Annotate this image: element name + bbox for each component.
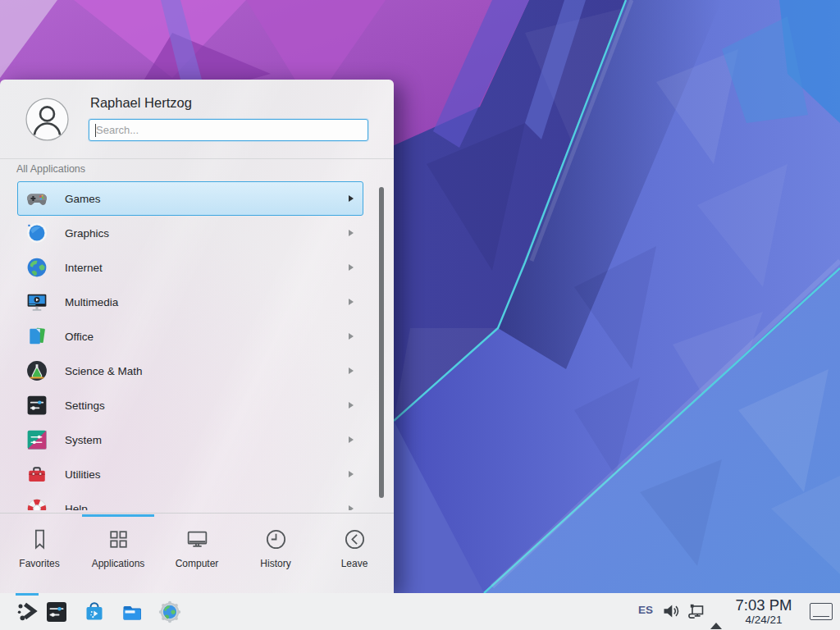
submenu-arrow-icon: [349, 402, 354, 409]
category-label: Science & Math: [65, 365, 143, 377]
category-label: Multimedia: [65, 296, 118, 308]
launcher-footer: Favorites Applications: [0, 513, 394, 593]
submenu-arrow-icon: [349, 368, 354, 374]
science-flask-icon: [26, 360, 48, 381]
submenu-arrow-icon: [349, 195, 354, 202]
category-label: Graphics: [65, 227, 109, 240]
submenu-arrow-icon: [349, 333, 354, 340]
category-label: Games: [65, 193, 101, 205]
folder-icon: [121, 600, 144, 623]
discover-bag-icon: [83, 600, 106, 623]
keyboard-layout-indicator[interactable]: ES: [638, 604, 653, 616]
applications-grid-icon: [106, 527, 131, 552]
submenu-arrow-icon: [349, 230, 354, 236]
volume-icon: [661, 601, 681, 621]
tab-history[interactable]: History: [236, 514, 315, 593]
browser-globe-icon: [158, 600, 181, 623]
search-input[interactable]: [89, 120, 368, 140]
category-row-office[interactable]: Office: [17, 319, 363, 354]
active-task-indicator: [16, 593, 39, 596]
network-icon: [686, 601, 705, 621]
bookmark-icon: [27, 527, 52, 552]
help-lifebuoy-icon: [26, 498, 48, 510]
network-button[interactable]: [686, 601, 705, 621]
clock-date: 4/24/21: [745, 614, 782, 626]
clock-widget[interactable]: 7:03 PM 4/24/21: [728, 595, 799, 628]
tab-label: Leave: [341, 558, 368, 569]
section-label: All Applications: [16, 163, 85, 175]
category-label: Office: [65, 331, 94, 343]
category-label: Utilities: [65, 468, 101, 481]
system-icon: [26, 429, 48, 450]
category-row-system[interactable]: System: [17, 422, 363, 457]
tab-label: Computer: [176, 558, 219, 569]
category-row-multimedia[interactable]: Multimedia: [17, 285, 363, 319]
text-cursor: [95, 124, 96, 137]
tab-computer[interactable]: Computer: [158, 514, 236, 593]
submenu-arrow-icon: [349, 264, 354, 271]
desktop: Raphael Hertzog All Applications: [0, 0, 840, 630]
category-row-internet[interactable]: Internet: [17, 250, 363, 285]
submenu-arrow-icon: [349, 299, 354, 305]
history-clock-icon: [263, 527, 289, 552]
category-row-utilities[interactable]: Utilities: [17, 457, 363, 491]
user-name: Raphael Hertzog: [90, 95, 192, 111]
tab-leave[interactable]: Leave: [315, 514, 394, 593]
globe-icon: [26, 257, 48, 278]
user-avatar[interactable]: [25, 98, 69, 141]
system-settings-icon: [45, 600, 68, 623]
taskbar-file-manager-button[interactable]: [121, 600, 144, 623]
clock-time: 7:03 PM: [736, 597, 792, 614]
category-row-settings[interactable]: Settings: [17, 388, 363, 422]
tab-applications[interactable]: Applications: [79, 514, 158, 593]
leave-icon: [342, 527, 368, 552]
gamepad-icon: [26, 188, 48, 209]
submenu-arrow-icon: [349, 505, 354, 510]
taskbar-browser-button[interactable]: [158, 600, 181, 623]
volume-button[interactable]: [661, 601, 681, 621]
graphics-sphere-icon: [26, 222, 48, 244]
taskbar-system-settings-button[interactable]: [45, 600, 68, 623]
submenu-arrow-icon: [349, 436, 354, 443]
search-field-frame: [89, 119, 368, 141]
tab-label: Favorites: [19, 558, 59, 569]
settings-sliders-icon: [26, 395, 48, 416]
category-row-games[interactable]: Games: [17, 181, 363, 216]
computer-icon: [185, 527, 210, 552]
tab-favorites[interactable]: Favorites: [0, 514, 79, 593]
category-label: Help: [65, 503, 88, 511]
taskbar-panel: ES 7:03 PM 4/24/21: [0, 593, 840, 630]
category-row-graphics[interactable]: Graphics: [17, 216, 363, 250]
show-desktop-button[interactable]: [810, 603, 833, 620]
category-row-help[interactable]: Help: [17, 491, 363, 510]
category-list: Games Graphics: [0, 181, 394, 510]
tray-expander-button[interactable]: [710, 609, 722, 623]
category-row-science[interactable]: Science & Math: [17, 354, 363, 388]
header-divider: [0, 158, 394, 159]
list-scrollbar[interactable]: [379, 187, 384, 498]
taskbar-discover-button[interactable]: [83, 600, 106, 623]
multimedia-icon: [26, 291, 48, 313]
office-documents-icon: [26, 326, 48, 347]
taskbar-launcher-button[interactable]: [16, 600, 39, 623]
tab-label: History: [260, 558, 290, 569]
caret-up-icon: [710, 609, 722, 629]
utilities-toolbox-icon: [26, 463, 48, 485]
category-label: System: [65, 434, 102, 446]
category-label: Settings: [65, 399, 105, 412]
category-label: Internet: [65, 262, 103, 274]
kde-launcher-icon: [16, 600, 39, 623]
submenu-arrow-icon: [349, 471, 354, 477]
active-tab-indicator: [82, 514, 154, 517]
application-launcher-popup: Raphael Hertzog All Applications: [0, 80, 394, 593]
tab-label: Applications: [92, 558, 145, 569]
